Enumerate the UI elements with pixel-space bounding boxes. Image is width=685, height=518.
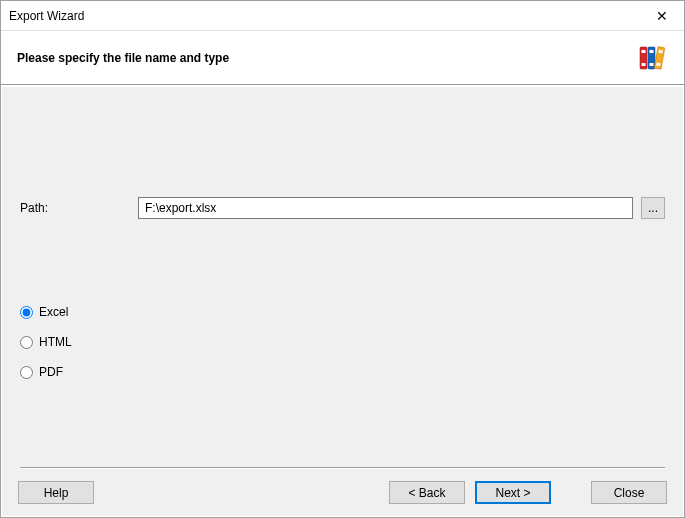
window-title: Export Wizard <box>9 9 639 23</box>
radio-pdf-label[interactable]: PDF <box>39 365 63 379</box>
next-button[interactable]: Next > <box>475 481 551 504</box>
svg-rect-5 <box>650 63 654 66</box>
content-area: Path: ... Excel HTML PDF <box>2 86 683 469</box>
close-glyph: ✕ <box>656 8 668 24</box>
path-row: Path: ... <box>20 197 665 219</box>
radio-excel-input[interactable] <box>20 306 33 319</box>
svg-rect-2 <box>642 63 646 66</box>
help-label: Help <box>44 486 69 500</box>
books-icon <box>638 43 668 73</box>
radio-pdf[interactable]: PDF <box>20 365 72 379</box>
radio-excel[interactable]: Excel <box>20 305 72 319</box>
svg-rect-4 <box>650 50 654 53</box>
svg-rect-1 <box>642 50 646 53</box>
page-title: Please specify the file name and type <box>17 51 638 65</box>
path-input[interactable] <box>138 197 633 219</box>
browse-label: ... <box>648 202 658 214</box>
titlebar: Export Wizard ✕ <box>1 1 684 31</box>
radio-html-label[interactable]: HTML <box>39 335 72 349</box>
next-label: Next > <box>495 486 530 500</box>
back-label: < Back <box>408 486 445 500</box>
radio-html-input[interactable] <box>20 336 33 349</box>
footer: Help < Back Next > Close <box>2 469 683 516</box>
close-label: Close <box>614 486 645 500</box>
path-label: Path: <box>20 201 138 215</box>
back-button[interactable]: < Back <box>389 481 465 504</box>
radio-html[interactable]: HTML <box>20 335 72 349</box>
format-radio-group: Excel HTML PDF <box>20 305 72 395</box>
browse-button[interactable]: ... <box>641 197 665 219</box>
help-button[interactable]: Help <box>18 481 94 504</box>
wizard-header: Please specify the file name and type <box>1 31 684 85</box>
close-button[interactable]: Close <box>591 481 667 504</box>
radio-pdf-input[interactable] <box>20 366 33 379</box>
close-icon[interactable]: ✕ <box>639 1 684 31</box>
radio-excel-label[interactable]: Excel <box>39 305 68 319</box>
